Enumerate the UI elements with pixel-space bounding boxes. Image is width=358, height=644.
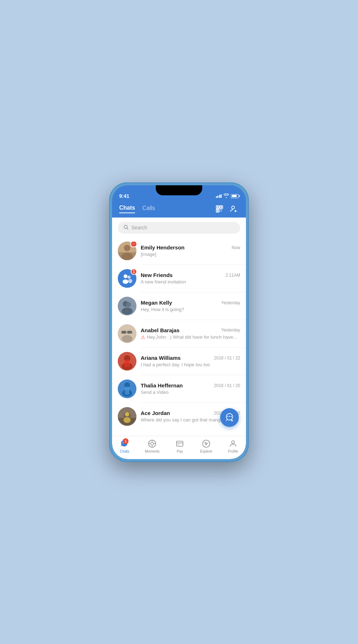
bottom-nav: 1 Chats Moment: [112, 436, 246, 459]
svg-point-13: [124, 225, 127, 228]
avatar-wrapper-ariana: [118, 352, 136, 371]
svg-line-14: [127, 228, 129, 229]
phone-screen: 9:41: [112, 185, 246, 459]
avatar-wrapper-thalia: [118, 380, 136, 398]
avatar-wrapper-friends: 1: [118, 269, 136, 288]
chat-content-ariana: Ariana Williams 2018 / 01 / 22 I had a p…: [141, 355, 240, 367]
profile-nav-label: Profile: [228, 449, 238, 453]
notch: [156, 185, 202, 195]
chat-name-ace: Ace Jordan: [141, 410, 170, 416]
status-time: 9:41: [119, 193, 129, 199]
tab-calls[interactable]: Calls: [142, 205, 155, 213]
list-spacer: [112, 430, 246, 436]
signal-bar-4: [221, 194, 222, 198]
chat-header-thalia: Thalia Heffernan 2018 / 01 / 20: [141, 382, 240, 388]
chat-item-emily[interactable]: ··· Emily Henderson Now [Image]: [112, 237, 246, 264]
chat-content-megan: Megan Kelly Yesterday Hey, How it is goi…: [141, 300, 240, 312]
chat-preview-friends: A new friend invitation: [141, 279, 240, 285]
svg-point-59: [151, 442, 154, 445]
search-icon: [124, 225, 129, 231]
chat-name-emily: Emily Henderson: [141, 244, 185, 251]
svg-point-68: [232, 441, 234, 444]
chat-content-emily: Emily Henderson Now [Image]: [141, 244, 240, 257]
chat-time-friends: 2:11AM: [226, 273, 240, 278]
avatar-anabel: [118, 324, 136, 343]
error-icon-anabel: ⚠: [141, 334, 145, 340]
new-chat-fab[interactable]: [220, 408, 239, 427]
phone-frame: 9:41: [109, 182, 249, 462]
chat-preview-thalia: Send a Video: [141, 390, 240, 395]
chat-content-anabel: Anabel Barajas Yesterday ⚠ Hey,John : ) …: [141, 327, 240, 340]
svg-rect-18: [118, 252, 136, 260]
chat-preview-anabel: ⚠ Hey,John : ) What did have for lunch h…: [141, 334, 240, 340]
bottom-nav-profile[interactable]: Profile: [228, 439, 238, 453]
chat-header-ariana: Ariana Williams 2018 / 01 / 22: [141, 355, 240, 361]
svg-point-20: [123, 279, 129, 283]
chat-preview-megan: Hey, How it is going?: [141, 307, 240, 312]
pay-nav-icon: [175, 439, 184, 448]
svg-point-47: [124, 417, 131, 423]
chat-preview-emily: [Image]: [141, 252, 240, 257]
bottom-nav-chats[interactable]: 1 Chats: [120, 439, 129, 453]
svg-point-46: [125, 412, 129, 416]
svg-point-19: [124, 274, 127, 278]
svg-point-49: [227, 416, 228, 417]
svg-point-21: [127, 276, 131, 279]
svg-point-67: [203, 440, 210, 447]
svg-point-51: [231, 416, 232, 417]
nav-actions: [214, 204, 239, 214]
chat-header-friends: New Friends 2:11AM: [141, 272, 240, 278]
moments-nav-label: Moments: [145, 449, 160, 453]
svg-rect-3: [217, 206, 218, 208]
chat-time-anabel: Yesterday: [221, 328, 240, 333]
chat-header-megan: Megan Kelly Yesterday: [141, 300, 240, 306]
explore-nav-label: Explore: [200, 449, 212, 453]
chat-name-megan: Megan Kelly: [141, 300, 172, 306]
svg-point-27: [126, 302, 131, 307]
status-icons: [216, 194, 239, 199]
chat-preview-ariana: I had a perfect day, I hope tou too: [141, 362, 240, 367]
chat-item-anabel[interactable]: Anabel Barajas Yesterday ⚠ Hey,John : ) …: [112, 320, 246, 347]
chat-time-emily: Now: [232, 245, 240, 250]
chat-name-friends: New Friends: [141, 272, 173, 278]
avatar-wrapper-megan: [118, 297, 136, 315]
avatar-wrapper-ace: [118, 407, 136, 426]
chat-time-thalia: 2018 / 01 / 20: [214, 383, 240, 388]
chat-name-anabel: Anabel Barajas: [141, 327, 179, 333]
chat-item-friends[interactable]: 1 New Friends 2:11AM A new friend invita…: [112, 265, 246, 292]
svg-rect-4: [221, 206, 222, 208]
moments-nav-icon: [147, 439, 157, 448]
search-placeholder-text: Search: [131, 225, 147, 230]
search-container: Search: [112, 218, 246, 237]
svg-rect-33: [127, 331, 132, 334]
avatar-ace: [118, 407, 136, 426]
svg-rect-42: [125, 387, 129, 395]
chat-name-ariana: Ariana Williams: [141, 355, 181, 361]
chat-name-thalia: Thalia Heffernan: [141, 382, 183, 388]
signal-bars-icon: [216, 194, 222, 198]
badge-emily: ···: [130, 241, 137, 247]
tab-chats[interactable]: Chats: [119, 205, 135, 213]
chat-time-megan: Yesterday: [221, 300, 240, 305]
battery-fill: [232, 195, 237, 197]
avatar-wrapper-emily: ···: [118, 242, 136, 260]
bottom-nav-moments[interactable]: Moments: [145, 439, 160, 453]
svg-rect-32: [121, 331, 126, 334]
qr-code-button[interactable]: [214, 204, 224, 214]
chat-header-emily: Emily Henderson Now: [141, 244, 240, 251]
signal-bar-1: [216, 196, 217, 198]
bottom-nav-explore[interactable]: Explore: [200, 439, 212, 453]
chat-content-thalia: Thalia Heffernan 2018 / 01 / 20 Send a V…: [141, 382, 240, 395]
chat-item-megan[interactable]: Megan Kelly Yesterday Hey, How it is goi…: [112, 292, 246, 320]
chats-nav-label: Chats: [120, 449, 129, 453]
chat-list: ··· Emily Henderson Now [Image]: [112, 237, 246, 436]
chats-nav-badge: 1: [123, 438, 129, 444]
chat-item-ariana[interactable]: Ariana Williams 2018 / 01 / 22 I had a p…: [112, 348, 246, 375]
add-contact-button[interactable]: [229, 204, 239, 214]
svg-point-10: [232, 206, 234, 209]
bottom-nav-pay[interactable]: Pay: [175, 439, 184, 453]
chat-item-thalia[interactable]: Thalia Heffernan 2018 / 01 / 20 Send a V…: [112, 375, 246, 402]
profile-nav-icon: [228, 439, 238, 448]
search-bar[interactable]: Search: [118, 222, 240, 234]
explore-nav-icon: [202, 439, 211, 448]
